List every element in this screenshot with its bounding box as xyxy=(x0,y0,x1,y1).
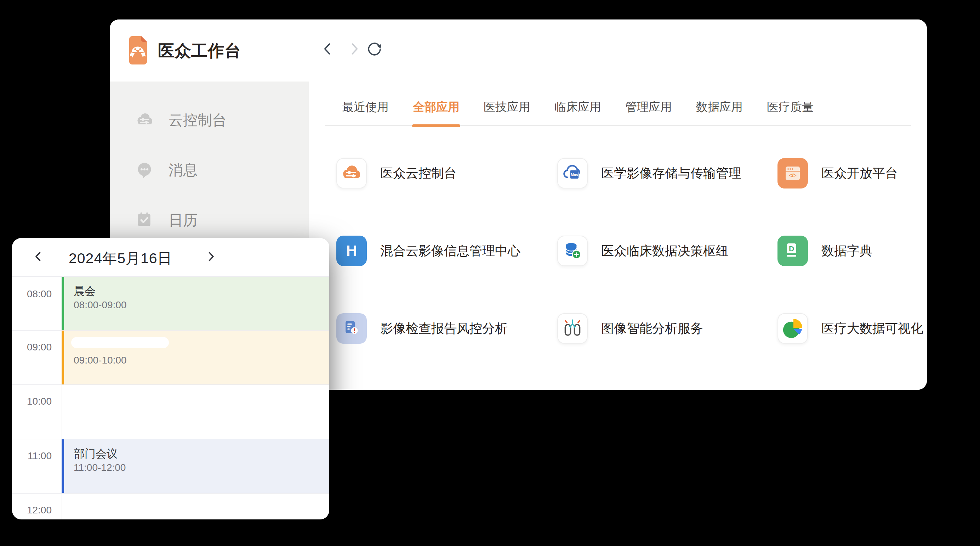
message-icon xyxy=(135,161,154,180)
tab-bar: 最近使用 全部应用 医技应用 临床应用 管理应用 数据应用 医疗质量 xyxy=(325,99,911,126)
report-alert-icon xyxy=(336,313,367,344)
app-label: 医学影像存储与传输管理 xyxy=(601,165,741,182)
refresh-icon[interactable] xyxy=(366,40,383,57)
time-label: 12:00 xyxy=(12,504,52,516)
app-image-storage-transfer[interactable]: Mos 医学影像存储与传输管理 xyxy=(557,158,741,188)
app-label: 医众开放平台 xyxy=(821,165,898,182)
app-label: 医众云控制台 xyxy=(380,165,457,182)
event-time: 09:00-10:00 xyxy=(74,354,126,366)
page: 医众工作台 xyxy=(0,0,980,546)
event-accent-bar xyxy=(62,439,64,493)
tab-clinical-apps[interactable]: 临床应用 xyxy=(554,99,601,115)
content-area: 最近使用 全部应用 医技应用 临床应用 管理应用 数据应用 医疗质量 xyxy=(309,81,927,390)
sidebar-item-cloud-console[interactable]: 云控制台 xyxy=(110,110,309,130)
event-morning-meeting[interactable]: 晨会 08:00-09:00 xyxy=(62,277,329,330)
app-logo-icon xyxy=(126,35,149,64)
dictionary-book-icon: D xyxy=(778,236,808,266)
sidebar-item-label: 云控制台 xyxy=(169,110,227,130)
lungs-icon xyxy=(557,313,588,344)
database-plus-icon xyxy=(557,236,588,266)
mos-badge: Mos xyxy=(571,173,578,177)
event-accent-bar xyxy=(62,330,64,385)
app-open-platform[interactable]: </> 医众开放平台 xyxy=(778,158,898,188)
calendar-grid: 08:00 09:00 10:00 11:00 12:00 晨会 08:00-0… xyxy=(12,276,329,519)
calendar-icon xyxy=(135,211,154,230)
app-data-dictionary[interactable]: D 数据字典 xyxy=(778,236,872,266)
tab-medtech-apps[interactable]: 医技应用 xyxy=(484,99,530,115)
cloud-mos-icon: Mos xyxy=(557,158,588,188)
app-label: 医众临床数据决策枢纽 xyxy=(601,243,729,260)
event-redacted[interactable]: 09:00-10:00 xyxy=(62,330,329,385)
event-title-redacted-pill xyxy=(71,337,169,348)
app-clinical-data-hub[interactable]: 医众临床数据决策枢纽 xyxy=(557,236,729,266)
event-title: 晨会 xyxy=(74,284,95,299)
back-icon[interactable] xyxy=(319,40,336,57)
code-window-icon: </> xyxy=(778,158,808,188)
tab-all-apps[interactable]: 全部应用 xyxy=(413,99,460,115)
sidebar-item-label: 日历 xyxy=(169,211,197,230)
calendar-panel: 2024年5月16日 08:00 09:00 10:00 11:00 12:00… xyxy=(12,238,329,519)
time-label: 11:00 xyxy=(12,450,52,462)
calendar-prev-icon[interactable] xyxy=(30,249,46,264)
calendar-date: 2024年5月16日 xyxy=(69,249,172,268)
event-time: 11:00-12:00 xyxy=(74,462,126,473)
calendar-header: 2024年5月16日 xyxy=(12,238,329,276)
sidebar-item-calendar[interactable]: 日历 xyxy=(110,210,309,230)
event-department-meeting[interactable]: 部门会议 11:00-12:00 xyxy=(62,439,329,493)
app-label: 数据字典 xyxy=(821,243,872,260)
app-big-data-visualization[interactable]: 医疗大数据可视化 xyxy=(778,313,923,344)
time-label: 10:00 xyxy=(12,396,52,407)
pie-chart-icon xyxy=(778,313,808,344)
tab-management-apps[interactable]: 管理应用 xyxy=(625,99,672,115)
app-hybrid-cloud-imaging[interactable]: H 混合云影像信息管理中心 xyxy=(336,236,520,266)
app-cloud-console[interactable]: 医众云控制台 xyxy=(336,158,457,188)
sidebar-item-messages[interactable]: 消息 xyxy=(110,160,309,180)
app-label: 医疗大数据可视化 xyxy=(821,320,923,337)
forward-icon[interactable] xyxy=(345,40,363,57)
event-title: 部门会议 xyxy=(74,447,118,461)
tab-recent[interactable]: 最近使用 xyxy=(342,99,389,115)
letter-h-icon: H xyxy=(336,236,367,266)
cloud-sliders-icon xyxy=(336,158,367,188)
app-report-risk-analysis[interactable]: 影像检查报告风控分析 xyxy=(336,313,508,344)
sidebar-item-label: 消息 xyxy=(169,161,197,180)
calendar-next-icon[interactable] xyxy=(203,249,219,264)
app-label: 混合云影像信息管理中心 xyxy=(380,243,520,260)
app-label: 图像智能分析服务 xyxy=(601,320,703,337)
window-title: 医众工作台 xyxy=(158,40,241,62)
tab-medical-quality[interactable]: 医疗质量 xyxy=(767,99,814,115)
app-image-ai-analysis[interactable]: 图像智能分析服务 xyxy=(557,313,703,344)
time-label: 08:00 xyxy=(12,288,52,300)
time-label: 09:00 xyxy=(12,342,52,353)
code-glyph: </> xyxy=(789,172,797,178)
window-header: 医众工作台 xyxy=(110,19,927,81)
app-label: 影像检查报告风控分析 xyxy=(380,320,508,337)
event-accent-bar xyxy=(62,277,64,330)
tab-data-apps[interactable]: 数据应用 xyxy=(696,99,743,115)
dict-glyph: D xyxy=(789,244,794,252)
cloud-console-icon xyxy=(135,110,154,130)
event-time: 08:00-09:00 xyxy=(74,299,126,311)
